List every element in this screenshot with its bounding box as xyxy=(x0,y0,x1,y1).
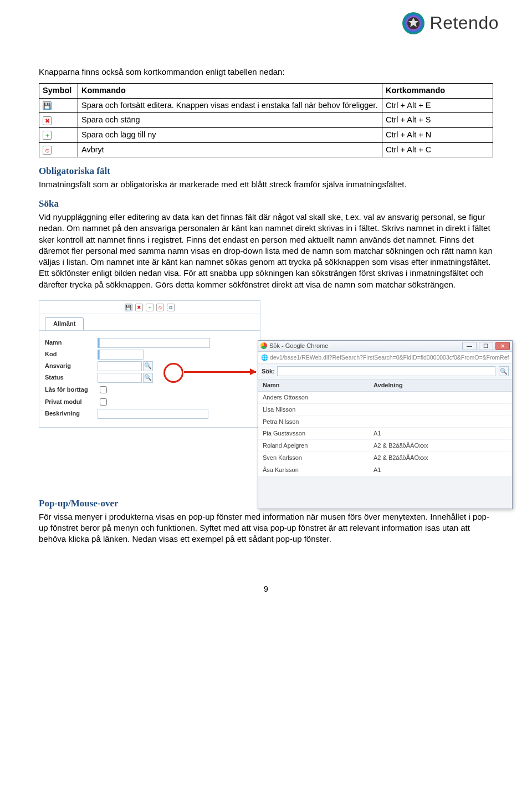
min-button[interactable]: — xyxy=(462,342,477,350)
sok-label: Sök: xyxy=(262,367,275,376)
chk-privmod[interactable] xyxy=(100,398,107,406)
cancel-icon: ⦸ xyxy=(43,146,52,155)
close-button[interactable]: ✕ xyxy=(495,342,510,350)
result-row[interactable]: Anders Ottosson xyxy=(258,392,512,404)
max-button[interactable]: ☐ xyxy=(479,342,493,350)
tb-dup-icon[interactable]: ⧉ xyxy=(167,304,175,311)
result-row[interactable]: Petra Nilsson xyxy=(258,416,512,428)
form-toolbar: 💾 ✖ ＋ ⦸ ⧉ xyxy=(39,301,260,314)
result-row[interactable]: Åsa KarlssonA1 xyxy=(258,464,512,476)
body-search: Vid nyuppläggning eller editering av dat… xyxy=(39,212,493,290)
tb-cancel-icon[interactable]: ⦸ xyxy=(156,304,164,311)
save-add-icon: ＋ xyxy=(43,131,52,140)
heading-search: Söka xyxy=(39,198,493,211)
globe-icon: 🌐 xyxy=(261,353,268,361)
col-dept: Avdelning xyxy=(369,380,512,391)
table-row: ⦸ Avbryt Ctrl + Alt + C xyxy=(39,142,493,157)
magnifier-icon: 🔍 xyxy=(500,367,508,376)
table-row: 💾 Spara och fortsätt editera. Knappen vi… xyxy=(39,98,493,113)
sok-search-button[interactable]: 🔍 xyxy=(499,366,509,376)
form-panel: 💾 ✖ ＋ ⦸ ⧉ Allmänt Namn Kod Ansvarig 🔍 xyxy=(39,300,260,428)
th-shortcut: Kortkommando xyxy=(382,84,493,99)
brand-name: Retendo xyxy=(430,11,499,35)
input-name[interactable] xyxy=(99,338,210,348)
input-desc[interactable] xyxy=(98,409,208,419)
intro-text: Knapparna finns också som kortkommandon … xyxy=(39,66,493,78)
lbl-name: Namn xyxy=(45,339,98,347)
lbl-responsible: Ansvarig xyxy=(45,362,98,370)
col-name: Namn xyxy=(258,380,369,391)
lbl-code: Kod xyxy=(45,350,98,358)
heading-mandatory: Obligatoriska fält xyxy=(39,165,493,178)
magnifier-icon: 🔍 xyxy=(144,362,152,370)
tb-add-icon[interactable]: ＋ xyxy=(146,304,154,311)
search-button[interactable]: 🔍 xyxy=(143,361,153,371)
input-status[interactable] xyxy=(98,373,142,383)
result-row[interactable]: Pia GustavssonA1 xyxy=(258,428,512,440)
result-filler xyxy=(258,476,512,509)
body-mandatory: Inmatningsfält som är obligatoriska är m… xyxy=(39,179,493,190)
input-responsible[interactable] xyxy=(98,361,142,371)
lbl-lockdel: Lås för borttag xyxy=(45,386,98,394)
figure-search: 💾 ✖ ＋ ⦸ ⧉ Allmänt Namn Kod Ansvarig 🔍 xyxy=(39,300,493,483)
search-button-status[interactable]: 🔍 xyxy=(143,373,153,383)
logo-icon xyxy=(401,11,426,35)
table-row: ✖ Spara och stäng Ctrl + Alt + S xyxy=(39,113,493,128)
sok-input[interactable] xyxy=(277,366,495,376)
tab-general[interactable]: Allmänt xyxy=(45,317,84,330)
result-row[interactable]: Sven KarlssonA2 & B2åäöÅÄÖxxx xyxy=(258,452,512,464)
input-code[interactable] xyxy=(99,350,144,360)
lbl-status: Status xyxy=(45,373,98,382)
save-icon: 💾 xyxy=(43,101,52,110)
lbl-desc: Beskrivning xyxy=(45,409,98,418)
magnifier-icon: 🔍 xyxy=(144,373,152,382)
chk-lockdel[interactable] xyxy=(100,386,107,393)
body-popup: För vissa menyer i produkterna visas en … xyxy=(39,511,493,545)
chrome-favicon xyxy=(260,342,267,349)
brand-logo: Retendo xyxy=(401,11,499,35)
lbl-privmod: Privat modul xyxy=(45,398,98,406)
search-popup-window: Sök - Google Chrome — ☐ ✕ 🌐 dev1/base1/R… xyxy=(258,340,513,509)
tb-save-icon[interactable]: 💾 xyxy=(125,304,132,311)
table-row: ＋ Spara och lägg till ny Ctrl + Alt + N xyxy=(39,127,493,142)
th-command: Kommando xyxy=(78,84,382,99)
result-row[interactable]: Roland ApelgrenA2 & B2åäöÅÄÖxxx xyxy=(258,440,512,452)
th-symbol: Symbol xyxy=(39,84,78,99)
tb-close-icon[interactable]: ✖ xyxy=(135,304,143,311)
shortcut-table: Symbol Kommando Kortkommando 💾 Spara och… xyxy=(39,83,493,157)
url-text: dev1/base1/REWeb.dll?RefSearch?FirstSear… xyxy=(270,353,509,361)
result-row[interactable]: Lisa Nilsson xyxy=(258,404,512,416)
annotation-arrow xyxy=(184,371,256,373)
page-number: 9 xyxy=(39,584,493,594)
save-close-icon: ✖ xyxy=(43,116,52,125)
window-title: Sök - Google Chrome xyxy=(269,342,328,350)
